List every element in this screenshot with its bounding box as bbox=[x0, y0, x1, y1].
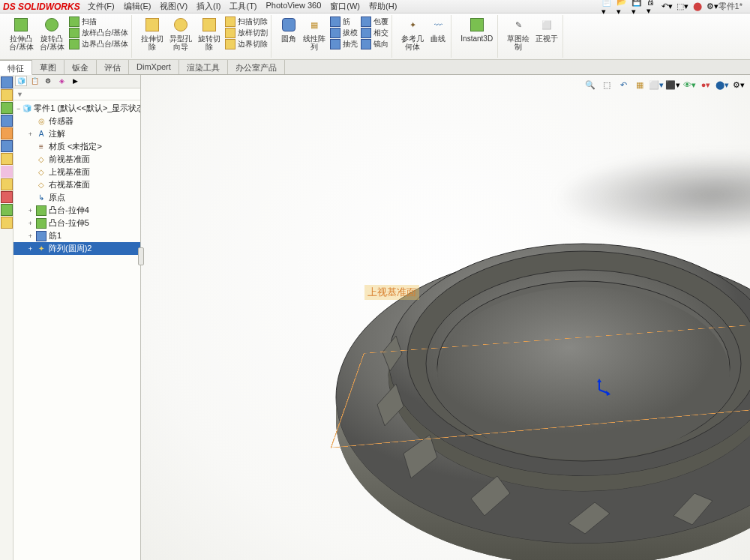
loft-button[interactable]: 放样凸台/基体 bbox=[69, 28, 129, 38]
shell-icon bbox=[330, 39, 340, 49]
select-icon[interactable]: ⬚▾ bbox=[676, 1, 688, 13]
settings-icon[interactable]: ⚙▾ bbox=[732, 78, 746, 91]
mirror-button[interactable]: 镜向 bbox=[361, 39, 388, 49]
rib-button[interactable]: 筋 bbox=[330, 16, 358, 27]
document-title: 零件1* bbox=[718, 1, 747, 12]
prev-view-icon[interactable]: ↶ bbox=[616, 78, 630, 91]
tree-sensors[interactable]: ◎传感器 bbox=[14, 115, 140, 127]
menu-window[interactable]: 窗口(W) bbox=[330, 1, 360, 12]
boundary-button[interactable]: 边界凸台/基体 bbox=[69, 39, 129, 49]
zoom-fit-icon[interactable]: 🔍 bbox=[584, 78, 597, 91]
menu-help[interactable]: 帮助(H) bbox=[369, 1, 397, 12]
side-tab-2[interactable] bbox=[1, 89, 13, 101]
new-icon[interactable]: 📄▾ bbox=[602, 1, 614, 13]
side-tab-4[interactable] bbox=[1, 115, 13, 127]
shell-button[interactable]: 抽壳 bbox=[330, 39, 358, 49]
tab-dimxpert[interactable]: DimXpert bbox=[129, 60, 179, 74]
options-icon[interactable]: ⚙▾ bbox=[706, 1, 718, 13]
boundary-cut-button[interactable]: 边界切除 bbox=[225, 39, 268, 49]
draft-button[interactable]: 拔模 bbox=[330, 28, 358, 38]
side-tab-7[interactable] bbox=[1, 153, 13, 165]
command-tabs: 特征 草图 钣金 评估 DimXpert 渲染工具 办公室产品 bbox=[0, 60, 750, 75]
tab-render[interactable]: 渲染工具 bbox=[179, 60, 228, 74]
tree-filter[interactable]: ▼ bbox=[14, 88, 140, 100]
normal-to-button[interactable]: ⬜正视于 bbox=[534, 16, 560, 43]
tree-tab-dim[interactable]: ◈ bbox=[56, 76, 68, 86]
tree-root[interactable]: −🧊零件1 (默认<<默认>_显示状态 bbox=[14, 102, 140, 115]
tree-circular-pattern2[interactable]: +✦阵列(圆周)2 bbox=[14, 242, 140, 255]
intersect-button[interactable]: 相交 bbox=[361, 28, 388, 38]
display-style-icon[interactable]: ⬛▾ bbox=[666, 78, 680, 91]
draft-icon bbox=[330, 28, 340, 38]
sweep-button[interactable]: 扫描 bbox=[69, 16, 129, 27]
side-tab-8[interactable] bbox=[1, 166, 13, 178]
tree-front-plane[interactable]: ◇前视基准面 bbox=[14, 153, 140, 166]
view-orient-icon[interactable]: ⬜▾ bbox=[650, 78, 663, 91]
revolve-cut-button[interactable]: 旋转切 除 bbox=[196, 16, 222, 51]
menu-insert[interactable]: 插入(I) bbox=[196, 1, 220, 12]
scene-icon[interactable]: ⬤▾ bbox=[716, 78, 729, 91]
revolve-boss-button[interactable]: 旋转凸 台/基体 bbox=[38, 16, 66, 51]
undo-icon[interactable]: ↶▾ bbox=[662, 1, 674, 13]
sweep-cut-button[interactable]: 扫描切除 bbox=[225, 16, 268, 27]
tree-material[interactable]: ≡材质 <未指定> bbox=[14, 140, 140, 153]
side-tab-1[interactable] bbox=[1, 76, 13, 88]
tree-tab-feature[interactable]: 🧊 bbox=[15, 76, 27, 86]
3d-viewport[interactable]: 🔍 ⬚ ↶ ▦ ⬜▾ ⬛▾ 👁▾ ●▾ ⬤▾ ⚙▾ bbox=[141, 75, 750, 560]
print-icon[interactable]: 🖨▾ bbox=[646, 1, 658, 13]
feature-tree: −🧊零件1 (默认<<默认>_显示状态 ◎传感器 +A注解 ≡材质 <未指定> … bbox=[14, 100, 140, 256]
tree-tab-display[interactable]: ▶ bbox=[69, 76, 81, 86]
side-tab-12[interactable] bbox=[1, 217, 13, 229]
side-tab-9[interactable] bbox=[1, 178, 13, 190]
hole-wizard-button[interactable]: 异型孔 向导 bbox=[168, 16, 194, 51]
menu-tools[interactable]: 工具(T) bbox=[230, 1, 256, 12]
tree-right-plane[interactable]: ◇右视基准面 bbox=[14, 178, 140, 191]
tab-features[interactable]: 特征 bbox=[0, 60, 32, 75]
menu-file[interactable]: 文件(F) bbox=[88, 1, 115, 12]
tree-tab-config[interactable]: ⚙ bbox=[42, 76, 54, 86]
tab-office[interactable]: 办公室产品 bbox=[228, 60, 285, 74]
tab-evaluate[interactable]: 评估 bbox=[97, 60, 129, 74]
panel-splitter[interactable] bbox=[138, 247, 144, 265]
tree-top-plane[interactable]: ◇上视基准面 bbox=[14, 166, 140, 178]
side-tab-3[interactable] bbox=[1, 102, 13, 114]
tree-boss4[interactable]: +凸台-拉伸4 bbox=[14, 204, 140, 217]
side-tab-6[interactable] bbox=[1, 140, 13, 152]
fillet-button[interactable]: 圆角 bbox=[279, 16, 298, 43]
loft-icon bbox=[69, 28, 80, 38]
tree-rib1[interactable]: +筋1 bbox=[14, 229, 140, 242]
tab-sheetmetal[interactable]: 钣金 bbox=[64, 60, 97, 74]
tab-sketch[interactable]: 草图 bbox=[32, 60, 64, 74]
section-icon[interactable]: ▦ bbox=[633, 78, 646, 91]
instant3d-button[interactable]: Instant3D bbox=[459, 16, 494, 43]
menu-photoview[interactable]: PhotoView 360 bbox=[266, 1, 322, 12]
tree-tab-property[interactable]: 📋 bbox=[28, 76, 40, 86]
side-tab-strip bbox=[0, 75, 14, 560]
open-icon[interactable]: 📂▾ bbox=[616, 1, 628, 13]
zoom-area-icon[interactable]: ⬚ bbox=[600, 78, 614, 91]
menu-view[interactable]: 视图(V) bbox=[160, 1, 188, 12]
tree-origin[interactable]: ↳原点 bbox=[14, 191, 140, 204]
sketch-button[interactable]: ✎草图绘 制 bbox=[506, 16, 531, 51]
boundary-cut-icon bbox=[225, 39, 236, 49]
save-icon[interactable]: 💾▾ bbox=[632, 1, 644, 13]
ref-geometry-button[interactable]: ✦参考几 何体 bbox=[400, 16, 425, 51]
sweep-icon bbox=[69, 16, 80, 27]
3d-part-model[interactable] bbox=[321, 187, 750, 560]
title-bar: DS SOLIDWORKS 文件(F) 编辑(E) 视图(V) 插入(I) 工具… bbox=[0, 0, 750, 13]
wrap-button[interactable]: 包覆 bbox=[361, 16, 388, 27]
loft-cut-button[interactable]: 放样切割 bbox=[225, 28, 268, 38]
tree-annotations[interactable]: +A注解 bbox=[14, 127, 140, 140]
side-tab-10[interactable] bbox=[1, 191, 13, 203]
appearance-icon[interactable]: ●▾ bbox=[699, 78, 712, 91]
rebuild-icon[interactable]: ⬤ bbox=[692, 1, 704, 13]
side-tab-5[interactable] bbox=[1, 127, 13, 139]
tree-boss5[interactable]: +凸台-拉伸5 bbox=[14, 217, 140, 229]
extrude-cut-button[interactable]: 拉伸切 除 bbox=[140, 16, 165, 51]
linear-pattern-button[interactable]: ▦线性阵 列 bbox=[302, 16, 327, 51]
menu-edit[interactable]: 编辑(E) bbox=[124, 1, 152, 12]
hide-show-icon[interactable]: 👁▾ bbox=[682, 78, 696, 91]
extrude-boss-button[interactable]: 拉伸凸 台/基体 bbox=[8, 16, 35, 51]
curves-button[interactable]: 〰曲线 bbox=[428, 16, 448, 43]
side-tab-11[interactable] bbox=[1, 204, 13, 216]
